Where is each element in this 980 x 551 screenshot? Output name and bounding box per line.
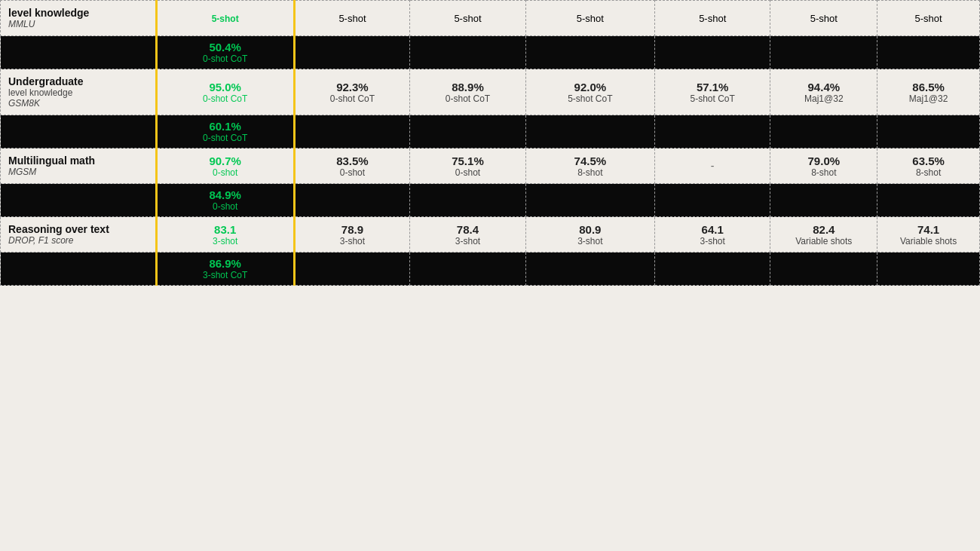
drop-dark-col2 — [294, 253, 410, 286]
mgsm-label-cell: Multilingual math MGSM — [1, 148, 157, 184]
drop-dark-col7 — [877, 253, 980, 286]
gsm8k-col7-score: 86.5% — [884, 81, 973, 93]
gsm8k-dark-col5 — [654, 115, 770, 148]
gsm8k-gemini-score: 95.0% — [164, 81, 287, 93]
mmlu-label-cell: level knowledge MMLU — [1, 1, 157, 36]
gsm8k-col2-score: 92.3% — [302, 81, 404, 93]
gsm8k-gemini-method: 0-shot CoT — [164, 93, 287, 104]
gsm8k-col6-score: 94.4% — [776, 81, 871, 93]
gsm8k-col6-cell: 94.4% Maj1@32 — [770, 69, 877, 115]
mgsm-col2-score: 83.5% — [302, 155, 404, 167]
mgsm-col4-cell: 74.5% 8-shot — [525, 148, 654, 184]
drop-gemini-method: 3-shot — [164, 236, 287, 246]
gsm8k-col3-score: 88.9% — [416, 81, 519, 93]
mgsm-dark-col5 — [654, 184, 770, 217]
drop-col6-method: Variable shots — [776, 236, 871, 246]
mgsm-dark-col2 — [294, 184, 410, 217]
drop-col4-score: 80.9 — [532, 223, 648, 236]
gsm8k-col6-method: Maj1@32 — [776, 93, 871, 104]
gsm8k-col7-method: Maj1@32 — [884, 93, 973, 104]
mmlu-col4-shot: 5-shot — [525, 1, 654, 36]
gsm8k-gemini-cell: 95.0% 0-shot CoT — [156, 69, 294, 115]
mgsm-gemini-cell: 90.7% 0-shot — [156, 148, 294, 184]
drop-gemini-cell: 83.1 3-shot — [156, 217, 294, 253]
mmlu-dark-row: 50.4% 0-shot CoT — [1, 36, 980, 69]
mgsm-col6-cell: 79.0% 8-shot — [770, 148, 877, 184]
gsm8k-col3-method: 0-shot CoT — [416, 93, 519, 104]
drop-gemini-score: 83.1 — [164, 223, 287, 236]
drop-dark-gemini: 86.9% 3-shot CoT — [156, 253, 294, 286]
gsm8k-col5-score: 57.1% — [661, 81, 764, 93]
mgsm-gemini-score: 90.7% — [164, 155, 287, 167]
mgsm-dark-gemini: 84.9% 0-shot — [156, 184, 294, 217]
drop-col7-score: 74.1 — [884, 223, 973, 236]
mgsm-col3-cell: 75.1% 0-shot — [410, 148, 526, 184]
gsm8k-dark-col4 — [525, 115, 654, 148]
drop-data-row: Reasoning over text DROP, F1 score 83.1 … — [1, 217, 980, 253]
gsm8k-metric-sub1: level knowledge — [8, 87, 148, 98]
gsm8k-col2-method: 0-shot CoT — [302, 93, 404, 104]
mgsm-dark-row: 84.9% 0-shot — [1, 184, 980, 217]
mmlu-col7-shot: 5-shot — [877, 1, 980, 36]
mgsm-dark-col6 — [770, 184, 877, 217]
mmlu-gemini-shot-label: 5-shot — [212, 14, 239, 24]
mmlu-col2-shot: 5-shot — [294, 1, 410, 36]
mgsm-col7-cell: 63.5% 8-shot — [877, 148, 980, 184]
gsm8k-col4-method: 5-shot CoT — [532, 93, 648, 104]
drop-col6-score: 82.4 — [776, 223, 871, 236]
drop-col5-method: 3-shot — [661, 236, 764, 246]
drop-col4-cell: 80.9 3-shot — [525, 217, 654, 253]
mgsm-col2-cell: 83.5% 0-shot — [294, 148, 410, 184]
gsm8k-col4-score: 92.0% — [532, 81, 648, 93]
drop-col5-cell: 64.1 3-shot — [654, 217, 770, 253]
mmlu-col5-shot: 5-shot — [654, 1, 770, 36]
gsm8k-dark-col6 — [770, 115, 877, 148]
drop-metric-sub: DROP, F1 score — [8, 235, 148, 246]
drop-dark-row: 86.9% 3-shot CoT — [1, 253, 980, 286]
gsm8k-dark-label — [1, 115, 157, 148]
drop-col4-method: 3-shot — [532, 236, 648, 246]
mmlu-gemini-method: 0-shot CoT — [164, 54, 287, 64]
mgsm-dark-col4 — [525, 184, 654, 217]
drop-dark-col6 — [770, 253, 877, 286]
comparison-table: level knowledge MMLU 5-shot 5-shot 5-sho… — [0, 0, 980, 551]
gsm8k-gemini-dark-score: 60.1% — [164, 120, 287, 133]
gsm8k-col3-cell: 88.9% 0-shot CoT — [410, 69, 526, 115]
mgsm-metric-sub: MGSM — [8, 167, 148, 177]
mmlu-gemini-score: 50.4% — [164, 41, 287, 54]
gsm8k-dark-col7 — [877, 115, 980, 148]
gsm8k-dark-col2 — [294, 115, 410, 148]
drop-metric-name: Reasoning over text — [8, 223, 148, 235]
drop-label-cell: Reasoning over text DROP, F1 score — [1, 217, 157, 253]
gsm8k-col2-cell: 92.3% 0-shot CoT — [294, 69, 410, 115]
gsm8k-metric-name: Undergraduate — [8, 75, 148, 87]
drop-col7-cell: 74.1 Variable shots — [877, 217, 980, 253]
mgsm-gemini-method: 0-shot — [164, 167, 287, 178]
mgsm-gemini-dark-score: 84.9% — [164, 188, 287, 201]
mgsm-data-row: Multilingual math MGSM 90.7% 0-shot 83.5… — [1, 148, 980, 184]
mmlu-dark-col6 — [770, 36, 877, 69]
drop-col3-score: 78.4 — [416, 223, 519, 236]
mgsm-col7-method: 8-shot — [884, 167, 973, 178]
mgsm-col6-method: 8-shot — [776, 167, 871, 178]
mmlu-dark-col3 — [410, 36, 526, 69]
mmlu-dark-gemini: 50.4% 0-shot CoT — [156, 36, 294, 69]
mgsm-col3-score: 75.1% — [416, 155, 519, 167]
mgsm-col7-score: 63.5% — [884, 155, 973, 167]
gsm8k-metric-sub2: GSM8K — [8, 98, 148, 109]
mmlu-dark-col4 — [525, 36, 654, 69]
drop-col5-score: 64.1 — [661, 223, 764, 236]
mmlu-header-row: level knowledge MMLU 5-shot 5-shot 5-sho… — [1, 1, 980, 36]
mmlu-dark-col2 — [294, 36, 410, 69]
mgsm-col4-method: 8-shot — [532, 167, 648, 178]
mgsm-dark-col3 — [410, 184, 526, 217]
mgsm-col6-score: 79.0% — [776, 155, 871, 167]
mgsm-col5-dash: - — [711, 160, 715, 172]
mgsm-gemini-dark-method: 0-shot — [164, 201, 287, 212]
drop-dark-col3 — [410, 253, 526, 286]
drop-dark-col4 — [525, 253, 654, 286]
mgsm-metric-name: Multilingual math — [8, 155, 148, 167]
drop-col7-method: Variable shots — [884, 236, 973, 246]
mmlu-dark-col5 — [654, 36, 770, 69]
drop-col2-method: 3-shot — [302, 236, 404, 246]
